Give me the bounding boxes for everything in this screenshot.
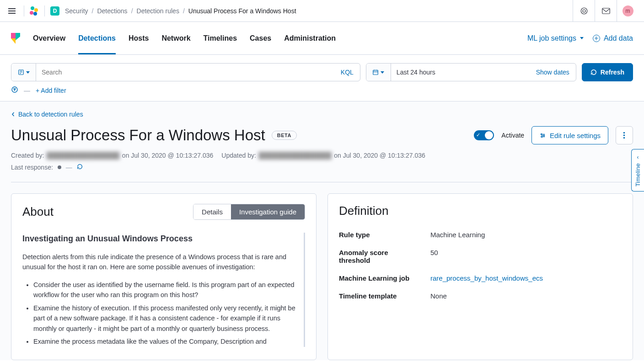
timeline-flyout-tab[interactable]: ‹ Timeline bbox=[631, 149, 644, 192]
guide-bullet: Consider the user as identified by the u… bbox=[33, 280, 298, 300]
security-app-icon bbox=[11, 33, 20, 44]
chevron-down-icon bbox=[580, 37, 584, 39]
edit-rule-label: Edit rule settings bbox=[550, 132, 601, 139]
divider bbox=[24, 5, 24, 16]
nav-tab-detections[interactable]: Detections bbox=[78, 22, 116, 54]
show-dates-button[interactable]: Show dates bbox=[530, 64, 576, 81]
app-badge[interactable]: D bbox=[50, 6, 59, 16]
last-response-value: — bbox=[66, 164, 72, 171]
date-range-button[interactable]: Last 24 hours bbox=[391, 64, 530, 81]
page-title: Unusual Process For a Windows Host bbox=[11, 127, 265, 144]
svg-rect-9 bbox=[623, 132, 625, 133]
updated-by-user: ████████████████ bbox=[258, 152, 333, 159]
breadcrumb-item[interactable]: Detections bbox=[97, 7, 127, 15]
nav-tab-network[interactable]: Network bbox=[161, 22, 190, 54]
created-by-label: Created by: bbox=[11, 152, 44, 159]
timeline-label: Timeline bbox=[634, 163, 641, 186]
ml-job-settings-label: ML job settings bbox=[527, 34, 576, 43]
hamburger-menu-icon[interactable] bbox=[5, 5, 18, 16]
search-bar: KQL bbox=[11, 63, 360, 81]
elastic-logo-icon[interactable] bbox=[30, 6, 39, 16]
divider bbox=[11, 182, 633, 182]
avatar[interactable]: m bbox=[623, 5, 633, 16]
updated-by-label: Updated by: bbox=[221, 152, 256, 159]
refresh-button[interactable]: Refresh bbox=[582, 63, 633, 81]
guide-bullet: Examine the process metadata like the va… bbox=[33, 336, 298, 346]
def-value-rule-type: Machine Learning bbox=[430, 231, 622, 239]
filter-menu-icon[interactable] bbox=[11, 86, 18, 95]
svg-point-1 bbox=[583, 10, 585, 12]
breadcrumb: Security / Detections / Detection rules … bbox=[65, 7, 296, 15]
beta-badge: BETA bbox=[272, 131, 297, 140]
def-value-ml-job-link[interactable]: rare_process_by_host_windows_ecs bbox=[430, 274, 622, 282]
nav-tab-administration[interactable]: Administration bbox=[284, 22, 336, 54]
tab-investigation-guide[interactable]: Investigation guide bbox=[231, 204, 305, 219]
def-label-rule-type: Rule type bbox=[339, 231, 421, 239]
def-label-anomaly: Anomaly score threshold bbox=[339, 249, 421, 264]
top-header: D Security / Detections / Detection rule… bbox=[0, 0, 644, 22]
breadcrumb-separator: / bbox=[92, 7, 94, 15]
back-link-label: Back to detection rules bbox=[18, 111, 83, 118]
main-content: Back to detection rules Unusual Process … bbox=[0, 101, 644, 360]
def-value-anomaly: 50 bbox=[430, 249, 622, 264]
date-picker: Last 24 hours Show dates bbox=[366, 63, 576, 81]
nav-tab-hosts[interactable]: Hosts bbox=[129, 22, 149, 54]
chevron-down-icon bbox=[26, 71, 30, 74]
nav-tab-overview[interactable]: Overview bbox=[33, 22, 65, 54]
svg-rect-11 bbox=[623, 137, 625, 138]
breadcrumb-item[interactable]: Detection rules bbox=[137, 7, 179, 15]
guide-heading: Investigating an Unusual Windows Process bbox=[22, 233, 298, 245]
svg-point-0 bbox=[581, 8, 587, 14]
divider bbox=[44, 5, 45, 16]
nav-tab-timelines[interactable]: Timelines bbox=[204, 22, 237, 54]
svg-rect-10 bbox=[623, 135, 625, 136]
about-title: About bbox=[22, 205, 54, 219]
breadcrumb-separator: / bbox=[183, 7, 185, 15]
svg-rect-2 bbox=[602, 8, 610, 14]
svg-point-7 bbox=[543, 135, 544, 136]
definition-title: Definition bbox=[339, 204, 388, 218]
plus-circle-icon bbox=[593, 35, 600, 42]
investigation-guide-body: Investigating an Unusual Windows Process… bbox=[22, 233, 305, 347]
back-link[interactable]: Back to detection rules bbox=[11, 111, 83, 118]
svg-point-6 bbox=[541, 133, 542, 134]
add-data-button[interactable]: Add data bbox=[593, 34, 633, 43]
search-options-button[interactable] bbox=[11, 64, 36, 81]
last-response-refresh-icon[interactable] bbox=[77, 164, 83, 171]
nav-bar: Overview Detections Hosts Network Timeli… bbox=[0, 22, 644, 55]
nav-tab-cases[interactable]: Cases bbox=[250, 22, 271, 54]
kql-button[interactable]: KQL bbox=[334, 64, 360, 81]
tab-details[interactable]: Details bbox=[193, 204, 231, 219]
def-label-ml-job: Machine Learning job bbox=[339, 274, 421, 282]
refresh-label: Refresh bbox=[601, 69, 624, 76]
def-value-timeline-template: None bbox=[430, 292, 622, 300]
created-by-user: ████████████████ bbox=[46, 152, 120, 159]
chevron-down-icon bbox=[381, 71, 384, 74]
add-filter-button[interactable]: + Add filter bbox=[36, 87, 66, 94]
guide-intro: Detection alerts from this rule indicate… bbox=[22, 252, 298, 272]
status-dot-icon bbox=[58, 165, 61, 169]
breadcrumb-current: Unusual Process For a Windows Host bbox=[188, 7, 296, 15]
mail-icon[interactable] bbox=[595, 0, 617, 22]
ml-job-settings-button[interactable]: ML job settings bbox=[527, 34, 584, 43]
date-options-button[interactable] bbox=[366, 64, 391, 81]
last-response-label: Last response: bbox=[11, 164, 53, 171]
edit-rule-button[interactable]: Edit rule settings bbox=[531, 126, 608, 144]
about-panel: About Details Investigation guide Invest… bbox=[11, 193, 317, 360]
about-tab-toggle: Details Investigation guide bbox=[193, 204, 305, 220]
definition-panel: Definition Rule type Machine Learning An… bbox=[327, 193, 633, 360]
svg-point-8 bbox=[542, 136, 542, 137]
filter-divider: — bbox=[24, 87, 30, 94]
newsfeed-icon[interactable] bbox=[573, 0, 595, 22]
last-response: Last response: — bbox=[11, 164, 633, 171]
updated-on: on Jul 30, 2020 @ 10:13:27.036 bbox=[334, 152, 425, 159]
breadcrumb-item[interactable]: Security bbox=[65, 7, 88, 15]
search-input[interactable] bbox=[36, 64, 334, 81]
guide-bullet: Examine the history of execution. If thi… bbox=[33, 303, 298, 334]
created-on: on Jul 30, 2020 @ 10:13:27.036 bbox=[122, 152, 213, 159]
svg-rect-4 bbox=[373, 70, 378, 75]
rule-metadata: Created by: ████████████████ on Jul 30, … bbox=[11, 152, 633, 159]
more-actions-button[interactable] bbox=[616, 126, 633, 144]
breadcrumb-separator: / bbox=[131, 7, 133, 15]
activate-switch[interactable]: ✓ bbox=[474, 130, 494, 140]
